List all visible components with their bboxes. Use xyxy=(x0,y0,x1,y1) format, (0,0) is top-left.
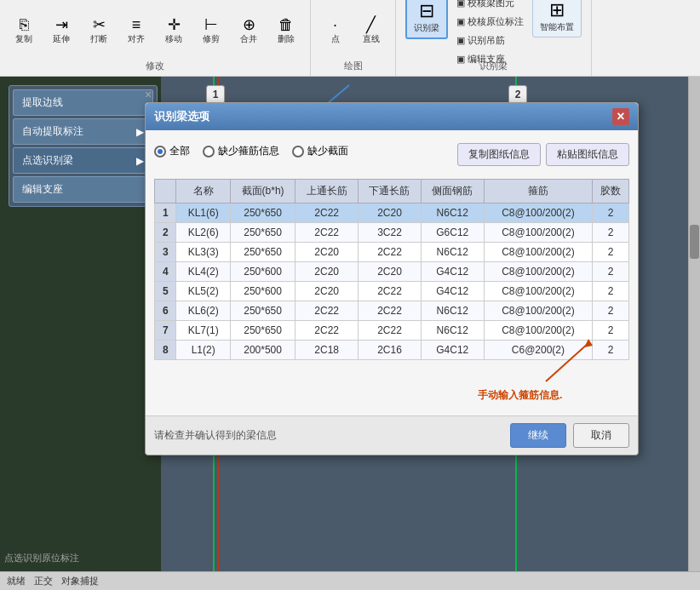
cell-section: 250*650 xyxy=(230,203,295,223)
cell-count: 2 xyxy=(593,223,629,243)
cell-num: 5 xyxy=(155,282,176,301)
table-row[interactable]: 6 KL6(2) 250*650 2C22 2C22 N6C12 C8@100/… xyxy=(155,301,629,321)
table-row[interactable]: 3 KL3(3) 250*650 2C20 2C22 N6C12 C8@100/… xyxy=(155,243,629,262)
copy-blueprint-btn[interactable]: 复制图纸信息 xyxy=(457,143,541,166)
cell-num: 4 xyxy=(155,262,176,282)
cell-num: 2 xyxy=(155,223,176,243)
cell-bottom: 3C22 xyxy=(359,223,422,243)
cancel-btn[interactable]: 取消 xyxy=(573,423,629,448)
cell-stirrup: C8@100/200(2) xyxy=(484,262,593,282)
cell-bottom: 2C22 xyxy=(359,321,422,341)
dialog-close-btn[interactable]: × xyxy=(612,108,629,125)
cell-bottom: 2C22 xyxy=(359,282,422,301)
cell-side: G4C12 xyxy=(421,341,484,360)
cell-section: 250*650 xyxy=(230,243,295,262)
cell-top: 2C20 xyxy=(295,262,359,282)
cell-num: 8 xyxy=(155,341,176,360)
table-row[interactable]: 5 KL5(2) 250*600 2C20 2C22 G4C12 C8@100/… xyxy=(155,282,629,301)
cell-count: 2 xyxy=(593,321,629,341)
cell-section: 250*650 xyxy=(230,301,295,321)
cell-bottom: 2C20 xyxy=(359,262,422,282)
cell-side: G6C12 xyxy=(421,223,484,243)
cell-top: 2C22 xyxy=(295,301,359,321)
cell-side: N6C12 xyxy=(421,301,484,321)
cell-stirrup: C8@100/200(2) xyxy=(484,321,593,341)
dialog-body: 全部 缺少箍筋信息 缺少截面 复制图纸信息 粘贴图纸信息 xyxy=(146,130,638,415)
cell-side: N6C12 xyxy=(421,243,484,262)
radio-missing-stirrup[interactable]: 缺少箍筋信息 xyxy=(203,144,279,158)
cell-section: 250*600 xyxy=(230,282,295,301)
beam-data-table: 名称 截面(b*h) 上通长筋 下通长筋 侧面钢筋 箍筋 胶数 1 KL1(6)… xyxy=(154,179,629,360)
table-row[interactable]: 1 KL1(6) 250*650 2C22 2C20 N6C12 C8@100/… xyxy=(155,203,629,223)
cell-num: 3 xyxy=(155,243,176,262)
footer-text: 请检查并确认得到的梁信息 xyxy=(154,428,277,443)
radio-all-circle xyxy=(154,146,166,158)
cell-top: 2C22 xyxy=(295,203,359,223)
cell-bottom: 2C16 xyxy=(359,341,422,360)
cell-name: KL7(1) xyxy=(176,321,230,341)
col-header-stirrup: 箍筋 xyxy=(484,180,593,203)
dialog-title-bar: 识别梁选项 × xyxy=(146,103,638,130)
cell-side: N6C12 xyxy=(421,321,484,341)
paste-blueprint-btn[interactable]: 粘贴图纸信息 xyxy=(546,143,629,166)
col-header-top: 上通长筋 xyxy=(295,180,359,203)
dialog-overlay: 识别梁选项 × 全部 缺少箍筋信息 缺少截面 xyxy=(0,0,700,590)
table-row[interactable]: 4 KL4(2) 250*600 2C20 2C20 G4C12 C8@100/… xyxy=(155,262,629,282)
cell-name: KL2(6) xyxy=(176,223,230,243)
cell-top: 2C20 xyxy=(295,243,359,262)
cell-stirrup: C8@100/200(2) xyxy=(484,203,593,223)
cell-stirrup: C8@100/200(2) xyxy=(484,301,593,321)
col-header-count: 胶数 xyxy=(593,180,629,203)
cell-num: 6 xyxy=(155,301,176,321)
cell-section: 200*500 xyxy=(230,341,295,360)
radio-all[interactable]: 全部 xyxy=(154,144,190,158)
cell-name: KL3(3) xyxy=(176,243,230,262)
cell-top: 2C20 xyxy=(295,282,359,301)
cell-name: KL4(2) xyxy=(176,262,230,282)
cell-name: KL1(6) xyxy=(176,203,230,223)
cell-side: N6C12 xyxy=(421,203,484,223)
table-row[interactable]: 8 L1(2) 200*500 2C18 2C16 G4C12 C6@200(2… xyxy=(155,341,629,360)
cell-section: 250*650 xyxy=(230,223,295,243)
cell-name: KL6(2) xyxy=(176,301,230,321)
cell-count: 2 xyxy=(593,203,629,223)
col-header-num xyxy=(155,180,176,203)
table-row[interactable]: 7 KL7(1) 250*650 2C22 2C22 N6C12 C8@100/… xyxy=(155,321,629,341)
col-header-section: 截面(b*h) xyxy=(230,180,295,203)
cell-side: G4C12 xyxy=(421,282,484,301)
cell-stirrup: C8@100/200(2) xyxy=(484,243,593,262)
cell-stirrup: C6@200(2) xyxy=(484,341,593,360)
cell-count: 2 xyxy=(593,301,629,321)
col-header-side: 侧面钢筋 xyxy=(421,180,484,203)
cell-top: 2C18 xyxy=(295,341,359,360)
cell-section: 250*600 xyxy=(230,262,295,282)
cell-stirrup: C8@100/200(2) xyxy=(484,282,593,301)
cell-count: 2 xyxy=(593,341,629,360)
cell-top: 2C22 xyxy=(295,321,359,341)
radio-section-circle xyxy=(292,146,304,158)
identify-beam-dialog: 识别梁选项 × 全部 缺少箍筋信息 缺少截面 xyxy=(145,102,639,455)
cell-section: 250*650 xyxy=(230,321,295,341)
continue-btn[interactable]: 继续 xyxy=(510,423,566,448)
radio-missing-section[interactable]: 缺少截面 xyxy=(292,144,348,158)
annotation-text: 手动输入箍筋信息. xyxy=(478,388,562,403)
cell-bottom: 2C22 xyxy=(359,243,422,262)
table-row[interactable]: 2 KL2(6) 250*650 2C22 3C22 G6C12 C8@100/… xyxy=(155,223,629,243)
cell-count: 2 xyxy=(593,243,629,262)
dialog-title: 识别梁选项 xyxy=(154,109,209,124)
dialog-footer: 请检查并确认得到的梁信息 继续 取消 xyxy=(146,415,638,455)
col-header-name: 名称 xyxy=(176,180,230,203)
cell-stirrup: C8@100/200(2) xyxy=(484,223,593,243)
cell-name: KL5(2) xyxy=(176,282,230,301)
cell-side: G4C12 xyxy=(421,262,484,282)
cell-bottom: 2C20 xyxy=(359,203,422,223)
cell-num: 7 xyxy=(155,321,176,341)
cell-count: 2 xyxy=(593,262,629,282)
radio-stirrup-circle xyxy=(203,146,215,158)
col-header-bottom: 下通长筋 xyxy=(359,180,422,203)
cell-name: L1(2) xyxy=(176,341,230,360)
cell-top: 2C22 xyxy=(295,223,359,243)
cell-num: 1 xyxy=(155,203,176,223)
cell-count: 2 xyxy=(593,282,629,301)
filter-radio-group: 全部 缺少箍筋信息 缺少截面 xyxy=(154,139,348,163)
